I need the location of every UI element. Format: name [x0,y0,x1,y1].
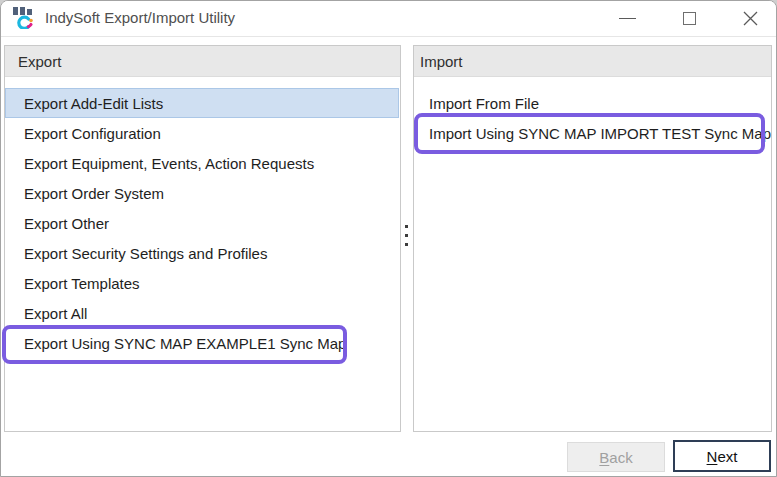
list-item-export-using-sync-map[interactable]: Export Using SYNC MAP EXAMPLE1 Sync Map [5,328,400,358]
list-item-export-security-settings-and-profiles[interactable]: Export Security Settings and Profiles [5,238,400,268]
import-panel-header: Import [414,46,771,77]
minimize-button[interactable] [605,1,649,35]
list-item-import-using-sync-map[interactable]: Import Using SYNC MAP IMPORT TEST Sync M… [414,118,771,148]
app-icon [12,7,34,29]
close-icon [742,10,759,27]
import-list: Import From File Import Using SYNC MAP I… [414,77,771,148]
list-item-export-configuration[interactable]: Export Configuration [5,118,400,148]
back-button[interactable]: Back [567,442,665,472]
list-item-export-templates[interactable]: Export Templates [5,268,400,298]
export-list: Export Add-Edit Lists Export Configurati… [5,77,400,358]
splitter-dot [405,234,408,237]
splitter-dot [405,243,408,246]
panel-splitter-handle[interactable] [403,225,409,246]
app-window: IndySoft Export/Import Utility Export Ex… [0,0,777,477]
list-item-export-order-system[interactable]: Export Order System [5,178,400,208]
close-button[interactable] [728,1,772,35]
next-button[interactable]: Next [673,440,771,472]
list-item-import-from-file[interactable]: Import From File [414,88,771,118]
title-bar[interactable]: IndySoft Export/Import Utility [1,1,776,37]
window-title: IndySoft Export/Import Utility [45,9,235,26]
list-item-export-all[interactable]: Export All [5,298,400,328]
minimize-icon [619,18,636,19]
import-panel: Import Import From File Import Using SYN… [413,45,772,432]
list-item-export-equipment-events-action-requests[interactable]: Export Equipment, Events, Action Request… [5,148,400,178]
list-item-export-add-edit-lists[interactable]: Export Add-Edit Lists [5,88,399,118]
maximize-button[interactable] [667,1,711,35]
maximize-icon [683,12,696,25]
export-panel: Export Export Add-Edit Lists Export Conf… [4,45,401,432]
list-item-export-other[interactable]: Export Other [5,208,400,238]
export-panel-header: Export [5,46,400,77]
splitter-dot [405,225,408,228]
